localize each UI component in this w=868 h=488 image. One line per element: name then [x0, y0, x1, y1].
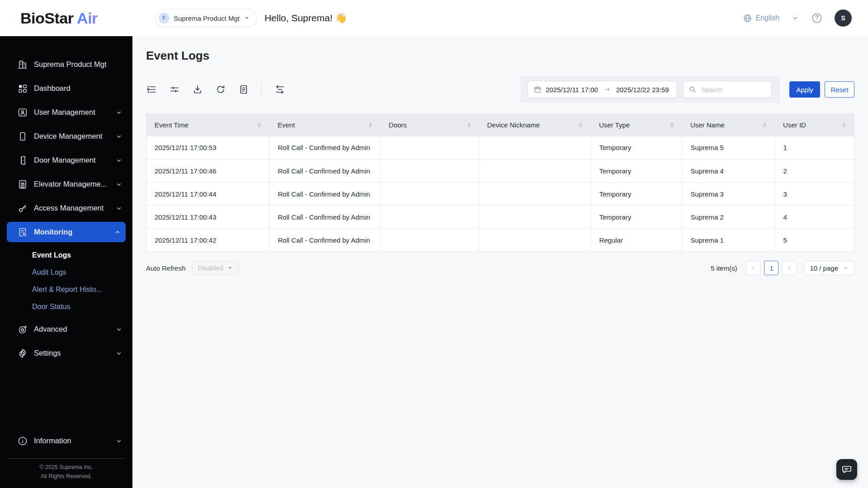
elevator-icon: [17, 179, 28, 190]
column-list-icon: [146, 84, 157, 95]
chevron-right-icon: [786, 265, 793, 271]
logo-text-accent: Air: [73, 9, 97, 27]
column-header-event[interactable]: Event: [269, 114, 381, 136]
table-row[interactable]: 2025/12/11 17:00:53 Roll Call - Confirme…: [146, 136, 854, 160]
cell-event: Roll Call - Confirmed by Admin: [269, 160, 381, 183]
filter-button[interactable]: [169, 84, 180, 95]
chat-bubble-icon: [841, 464, 852, 475]
report-button[interactable]: [238, 84, 249, 95]
cell-event-time: 2025/12/11 17:00:46: [146, 160, 269, 183]
pagination: 5 item(s) 1 10 / page: [711, 261, 854, 275]
filter-cluster: 2025/12/11 17:00 2025/12/22 23:59 Apply …: [520, 76, 854, 103]
sidebar-item-label: Advanced: [34, 325, 115, 333]
sort-icon[interactable]: [368, 122, 373, 128]
sidebar-item-label: Elevator Manageme...: [34, 180, 115, 188]
refresh-button[interactable]: [215, 84, 226, 95]
sort-icon[interactable]: [763, 122, 767, 128]
avatar-initial: S: [841, 14, 845, 22]
sidebar-item-elevator-management[interactable]: Elevator Manageme...: [0, 172, 132, 196]
column-header-user-id[interactable]: User ID: [775, 114, 854, 136]
cell-user-name: Suprema 1: [682, 229, 775, 252]
submenu-item-alert-report-history[interactable]: Alert & Report Histo...: [0, 281, 132, 298]
submenu-item-event-logs[interactable]: Event Logs: [0, 247, 132, 264]
cell-doors: [381, 183, 479, 206]
cell-event: Roll Call - Confirmed by Admin: [269, 183, 381, 206]
reset-button[interactable]: Reset: [825, 81, 854, 98]
sort-icon[interactable]: [842, 122, 846, 128]
next-page-button[interactable]: [782, 261, 797, 275]
column-label: User Type: [599, 121, 630, 129]
page-size-value: 10 / page: [810, 264, 838, 272]
table-row[interactable]: 2025/12/11 17:00:42 Roll Call - Confirme…: [146, 229, 854, 252]
prev-page-button[interactable]: [746, 261, 760, 275]
chevron-left-icon: [750, 265, 756, 271]
caret-down-icon: [227, 265, 233, 271]
search-input[interactable]: [700, 85, 766, 94]
table-row[interactable]: 2025/12/11 17:00:46 Roll Call - Confirme…: [146, 160, 854, 183]
sidebar-item-dashboard[interactable]: Dashboard: [0, 76, 132, 100]
cell-user-type: Temporary: [591, 183, 682, 206]
sidebar-item-settings[interactable]: Settings: [0, 341, 132, 365]
toolbar-divider: [261, 83, 262, 96]
column-header-doors[interactable]: Doors: [381, 114, 479, 136]
document-icon: [238, 84, 249, 95]
chat-fab-button[interactable]: [836, 459, 857, 480]
sidebar-item-advanced[interactable]: Advanced: [0, 317, 132, 341]
auto-refresh-dropdown[interactable]: Disabled: [192, 261, 239, 275]
sidebar-item-suprema-product-mgt[interactable]: Suprema Product Mgt: [0, 52, 132, 76]
sort-icon[interactable]: [579, 122, 583, 128]
submenu-item-audit-logs[interactable]: Audit Logs: [0, 264, 132, 281]
organization-name: Suprema Product Mgt: [174, 14, 240, 22]
date-range-picker[interactable]: 2025/12/11 17:00 2025/12/22 23:59: [528, 81, 677, 98]
cell-device-nickname: [479, 160, 591, 183]
column-label: Event: [278, 121, 295, 129]
sort-icon[interactable]: [670, 122, 674, 128]
cell-doors: [381, 206, 479, 229]
page-size-selector[interactable]: 10 / page: [804, 261, 854, 275]
organization-selector[interactable]: F Suprema Product Mgt: [155, 9, 257, 27]
table-row[interactable]: 2025/12/11 17:00:44 Roll Call - Confirme…: [146, 183, 854, 206]
date-from-value: 2025/12/11 17:00: [546, 86, 598, 94]
in-out-events-button[interactable]: [274, 84, 285, 95]
cell-device-nickname: [479, 183, 591, 206]
sort-icon[interactable]: [467, 122, 471, 128]
column-header-user-type[interactable]: User Type: [591, 114, 682, 136]
cell-user-type: Temporary: [591, 136, 682, 160]
table-row[interactable]: 2025/12/11 17:00:43 Roll Call - Confirme…: [146, 206, 854, 229]
sidebar-item-door-management[interactable]: Door Management: [0, 148, 132, 172]
organization-buildings-icon: [17, 59, 28, 70]
download-button[interactable]: [192, 84, 203, 95]
cell-doors: [381, 229, 479, 252]
user-card-icon: [17, 107, 28, 118]
toolbar: 2025/12/11 17:00 2025/12/22 23:59 Apply …: [146, 76, 854, 103]
apply-button[interactable]: Apply: [789, 81, 820, 98]
header-actions: English S: [743, 9, 852, 27]
sort-icon[interactable]: [257, 122, 261, 128]
sidebar-item-device-management[interactable]: Device Management: [0, 124, 132, 148]
sidebar-item-monitoring[interactable]: Monitoring: [7, 222, 126, 242]
dashboard-icon: [17, 83, 28, 94]
sidebar-item-access-management[interactable]: Access Management: [0, 196, 132, 220]
door-icon: [17, 155, 28, 166]
submenu-item-door-status[interactable]: Door Status: [0, 298, 132, 315]
table-header-row: Event Time Event Doors Device Nickname U…: [146, 114, 854, 136]
sidebar-spacer: [0, 365, 132, 429]
cell-user-name: Suprema 5: [682, 136, 775, 160]
page-number-button[interactable]: 1: [764, 261, 778, 275]
column-settings-button[interactable]: [146, 84, 157, 95]
help-icon[interactable]: [811, 12, 823, 24]
monitoring-log-icon: [17, 227, 28, 238]
column-header-user-name[interactable]: User Name: [682, 114, 775, 136]
advanced-icon: [17, 324, 28, 335]
column-header-event-time[interactable]: Event Time: [146, 114, 269, 136]
column-label: Device Nickname: [487, 121, 540, 129]
column-header-device-nickname[interactable]: Device Nickname: [479, 114, 591, 136]
user-avatar[interactable]: S: [835, 9, 852, 27]
cell-user-id: 4: [775, 206, 854, 229]
cell-event-time: 2025/12/11 17:00:42: [146, 229, 269, 252]
chevron-down-icon[interactable]: [791, 14, 799, 22]
language-selector[interactable]: English: [743, 14, 779, 23]
sidebar-item-information[interactable]: Information: [0, 429, 132, 453]
sidebar-item-user-management[interactable]: User Management: [0, 100, 132, 124]
cell-event-time: 2025/12/11 17:00:44: [146, 183, 269, 206]
